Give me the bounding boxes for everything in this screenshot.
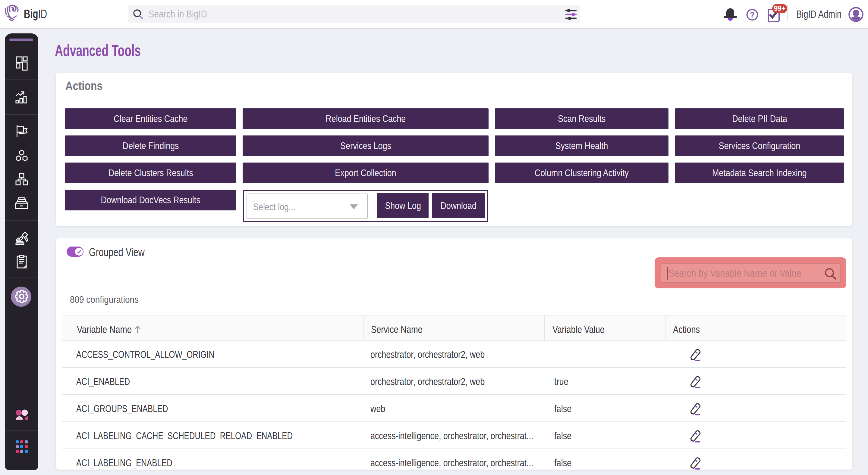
svg-text:?: ? <box>750 10 754 19</box>
